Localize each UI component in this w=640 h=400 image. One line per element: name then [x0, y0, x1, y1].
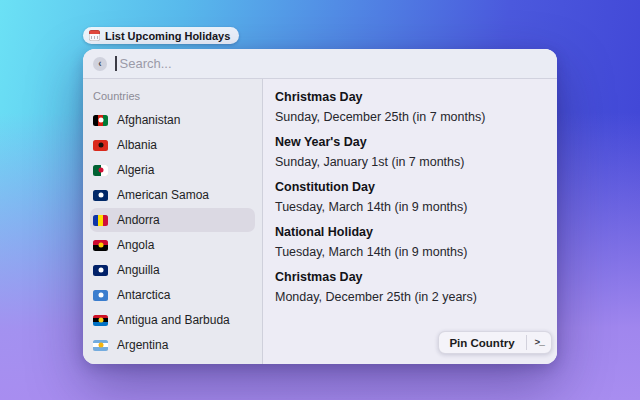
back-button[interactable]: ‹ [93, 57, 107, 71]
search-input[interactable] [117, 56, 548, 71]
country-row[interactable]: Antigua and Barbuda [90, 308, 255, 332]
country-row[interactable]: Andorra [90, 208, 255, 232]
holiday-entry: Christmas DayMonday, December 25th (in 2… [275, 269, 545, 305]
holiday-title: New Year's Day [275, 134, 545, 150]
terminal-prompt-icon[interactable]: >_ [527, 331, 552, 354]
holiday-entry: National HolidayTuesday, March 14th (in … [275, 224, 545, 260]
country-name: Angola [117, 238, 154, 252]
country-flag-icon [93, 165, 108, 176]
holiday-entry: New Year's DaySunday, January 1st (in 7 … [275, 134, 545, 170]
country-name: Algeria [117, 163, 154, 177]
country-list: AfghanistanAlbaniaAlgeriaAmerican SamoaA… [90, 108, 255, 357]
holiday-date: Sunday, January 1st (in 7 months) [275, 154, 545, 170]
country-flag-icon [93, 315, 108, 326]
desktop-background: List Upcoming Holidays ‹ Countries Afgha… [0, 0, 640, 400]
pin-country-button-label: Pin Country [449, 337, 514, 349]
country-flag-icon [93, 190, 108, 201]
chevron-left-icon: ‹ [98, 58, 101, 68]
holiday-date: Sunday, December 25th (in 7 months) [275, 109, 545, 125]
country-flag-icon [93, 215, 108, 226]
country-row[interactable]: Antarctica [90, 283, 255, 307]
country-row[interactable]: Afghanistan [90, 108, 255, 132]
pin-country-button[interactable]: Pin Country [438, 331, 525, 354]
holiday-title: Christmas Day [275, 269, 545, 285]
country-name: Antarctica [117, 288, 170, 302]
holiday-date: Tuesday, March 14th (in 9 months) [275, 244, 545, 260]
footer-action-group: Pin Country >_ [438, 331, 552, 354]
holiday-entry: Christmas DaySunday, December 25th (in 7… [275, 89, 545, 125]
holiday-entry: Constitution DayTuesday, March 14th (in … [275, 179, 545, 215]
country-name: Albania [117, 138, 157, 152]
country-name: American Samoa [117, 188, 209, 202]
holiday-list: Christmas DaySunday, December 25th (in 7… [275, 89, 545, 305]
country-row[interactable]: Algeria [90, 158, 255, 182]
country-name: Andorra [117, 213, 160, 227]
country-row[interactable]: Anguilla [90, 258, 255, 282]
country-row[interactable]: American Samoa [90, 183, 255, 207]
country-name: Afghanistan [117, 113, 180, 127]
search-bar: ‹ [83, 49, 557, 79]
country-flag-icon [93, 265, 108, 276]
holiday-title: Constitution Day [275, 179, 545, 195]
holiday-date: Tuesday, March 14th (in 9 months) [275, 199, 545, 215]
country-row[interactable]: Argentina [90, 333, 255, 357]
country-name: Argentina [117, 338, 168, 352]
holiday-title: National Holiday [275, 224, 545, 240]
country-row[interactable]: Angola [90, 233, 255, 257]
country-flag-icon [93, 140, 108, 151]
country-flag-icon [93, 340, 108, 351]
holiday-date: Monday, December 25th (in 2 years) [275, 289, 545, 305]
country-flag-icon [93, 290, 108, 301]
countries-section-label: Countries [90, 90, 255, 102]
country-name: Antigua and Barbuda [117, 313, 230, 327]
countries-sidebar: Countries AfghanistanAlbaniaAlgeriaAmeri… [83, 79, 263, 364]
country-name: Anguilla [117, 263, 160, 277]
country-flag-icon [93, 240, 108, 251]
raycast-window: ‹ Countries AfghanistanAlbaniaAlgeriaAme… [83, 49, 557, 364]
country-flag-icon [93, 115, 108, 126]
command-pill[interactable]: List Upcoming Holidays [83, 27, 239, 44]
country-row[interactable]: Albania [90, 133, 255, 157]
window-body: Countries AfghanistanAlbaniaAlgeriaAmeri… [83, 79, 557, 364]
calendar-icon [89, 30, 100, 41]
command-pill-label: List Upcoming Holidays [105, 30, 230, 42]
holiday-detail-panel: Christmas DaySunday, December 25th (in 7… [263, 79, 557, 364]
holiday-title: Christmas Day [275, 89, 545, 105]
